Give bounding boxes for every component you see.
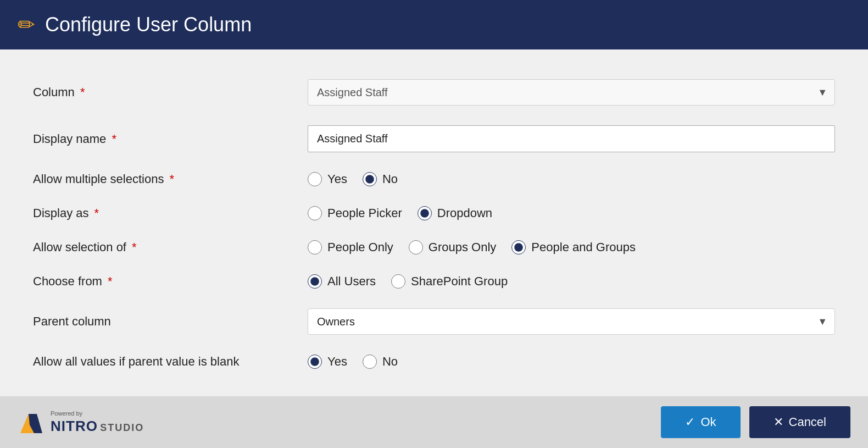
ok-label: Ok [700,415,716,429]
cancel-label: Cancel [789,415,826,429]
allow-all-values-no-radio[interactable] [363,355,377,369]
choose-from-all-users[interactable]: All Users [308,274,376,289]
edit-icon: ✏ [18,13,35,37]
ok-button[interactable]: ✓ Ok [661,406,740,438]
allow-selection-control: People Only Groups Only People and Group… [308,240,835,255]
display-as-dropdown[interactable]: Dropdown [418,206,492,220]
display-as-people-picker-radio[interactable] [308,206,322,220]
allow-all-values-label: Allow all values if parent value is blan… [33,355,308,369]
column-row: Column * Assigned Staff ▼ [33,69,835,115]
display-as-radio-group: People Picker Dropdown [308,206,835,220]
choose-from-label: Choose from * [33,274,308,289]
parent-column-control: Owners ▼ [308,308,835,335]
nitro-logo: Powered by NITRO STUDIO [18,408,144,436]
allow-all-values-no[interactable]: No [363,355,398,369]
choose-from-all-users-radio[interactable] [308,274,322,289]
allow-multiple-row: Allow multiple selections * Yes No [33,162,835,196]
allow-multiple-control: Yes No [308,172,835,186]
display-as-control: People Picker Dropdown [308,206,835,220]
allow-all-values-yes[interactable]: Yes [308,355,347,369]
choose-from-sharepoint-group-radio[interactable] [391,274,405,289]
allow-multiple-label: Allow multiple selections * [33,172,308,186]
display-name-input[interactable] [308,125,835,152]
parent-column-select[interactable]: Owners [308,308,835,335]
allow-all-values-yes-radio[interactable] [308,355,322,369]
allow-multiple-no[interactable]: No [363,172,398,186]
ok-check-icon: ✓ [685,415,695,429]
allow-selection-label: Allow selection of * [33,240,308,255]
nitro-logo-icon [18,408,45,436]
allow-multiple-yes-radio[interactable] [308,172,322,186]
cancel-x-icon: ✕ [774,415,783,429]
selection-people-and-groups[interactable]: People and Groups [511,240,636,255]
column-select-wrapper: Assigned Staff ▼ [308,79,835,106]
allow-selection-row: Allow selection of * People Only Groups … [33,230,835,264]
studio-brand-name: STUDIO [100,422,144,434]
allow-all-values-radio-group: Yes No [308,355,835,369]
display-as-label: Display as * [33,206,308,220]
allow-multiple-yes[interactable]: Yes [308,172,347,186]
nitro-name-block: NITRO STUDIO [51,418,144,435]
choose-from-sharepoint-group[interactable]: SharePoint Group [391,274,508,289]
display-as-dropdown-radio[interactable] [418,206,432,220]
choose-from-radio-group: All Users SharePoint Group [308,274,835,289]
dialog-footer: Powered by NITRO STUDIO ✓ Ok ✕ Cancel [0,396,868,448]
selection-people-and-groups-radio[interactable] [511,240,526,255]
allow-selection-radio-group: People Only Groups Only People and Group… [308,240,835,255]
dialog-header: ✏ Configure User Column [0,0,868,49]
display-name-label: Display name * [33,132,308,146]
display-as-people-picker[interactable]: People Picker [308,206,402,220]
selection-groups-only-radio[interactable] [409,240,423,255]
display-name-row: Display name * [33,115,835,162]
allow-multiple-no-radio[interactable] [363,172,377,186]
form-content: Column * Assigned Staff ▼ Display name *… [0,49,868,396]
parent-column-row: Parent column Owners ▼ [33,298,835,345]
allow-all-values-control: Yes No [308,355,835,369]
powered-by-text: Powered by [51,410,144,417]
dialog-title: Configure User Column [45,13,252,36]
selection-people-only-radio[interactable] [308,240,322,255]
column-label: Column * [33,85,308,99]
allow-all-values-row: Allow all values if parent value is blan… [33,345,835,379]
allow-multiple-radio-group: Yes No [308,172,835,186]
cancel-button[interactable]: ✕ Cancel [749,406,850,438]
selection-groups-only[interactable]: Groups Only [409,240,497,255]
column-control: Assigned Staff ▼ [308,79,835,106]
choose-from-row: Choose from * All Users SharePoint Group [33,264,835,298]
nitro-text-block: Powered by NITRO STUDIO [51,410,144,435]
column-select[interactable]: Assigned Staff [308,79,835,106]
choose-from-control: All Users SharePoint Group [308,274,835,289]
display-as-row: Display as * People Picker Dropdown [33,196,835,230]
parent-column-label: Parent column [33,314,308,329]
display-name-control [308,125,835,152]
parent-column-select-wrapper: Owners ▼ [308,308,835,335]
nitro-brand-name: NITRO [51,418,98,435]
selection-people-only[interactable]: People Only [308,240,393,255]
footer-buttons: ✓ Ok ✕ Cancel [661,406,850,438]
